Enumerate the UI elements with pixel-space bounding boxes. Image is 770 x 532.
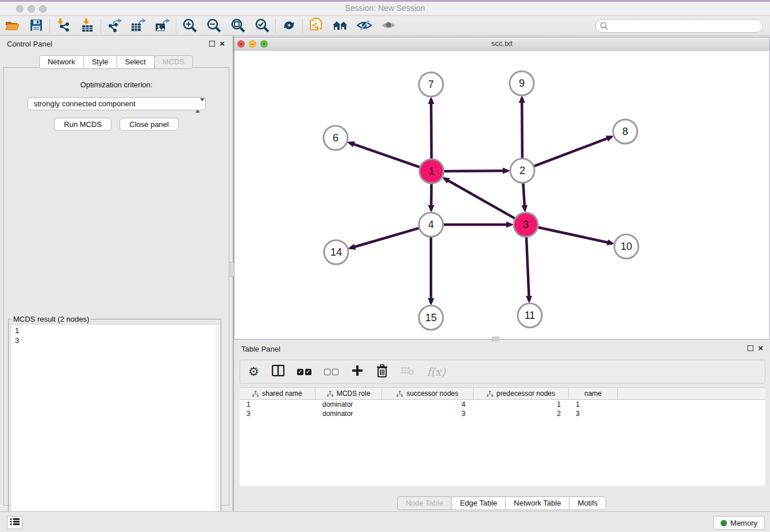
zoom-selected-button[interactable] — [250, 18, 274, 35]
apply-layout-button[interactable] — [277, 18, 301, 35]
node-8[interactable]: 8 — [613, 119, 637, 144]
node-label: 14 — [330, 246, 342, 258]
table-row[interactable]: 3dominator323 — [240, 409, 765, 418]
export-network-button[interactable] — [102, 18, 126, 35]
network-from-selection-button[interactable] — [304, 18, 328, 35]
zoom-in-button[interactable] — [178, 18, 202, 35]
tab-network[interactable]: Network — [39, 55, 84, 69]
tab-network-table[interactable]: Network Table — [505, 496, 569, 510]
select-all-columns-button[interactable]: ✓✓ — [297, 369, 311, 375]
search-icon — [600, 22, 609, 33]
import-table-button[interactable] — [75, 18, 99, 35]
close-panel-icon[interactable]: × — [220, 41, 225, 47]
delete-column-button[interactable] — [376, 364, 388, 380]
export-image-button[interactable] — [151, 18, 175, 35]
deselect-all-columns-button[interactable] — [324, 369, 338, 375]
edge-4-14[interactable] — [350, 228, 419, 248]
window-zoom-icon[interactable] — [39, 5, 47, 13]
save-session-button[interactable] — [24, 18, 48, 35]
optimization-criterion-label: Optimization criterion: — [4, 80, 229, 89]
show-all-button[interactable] — [376, 18, 401, 35]
network-window-titlebar[interactable]: × − + scc.txt — [234, 37, 769, 51]
network-maximize-icon[interactable]: + — [260, 40, 268, 48]
network-close-icon[interactable]: × — [237, 40, 245, 48]
node-label: 6 — [333, 132, 338, 144]
node-3[interactable]: 3 — [514, 213, 538, 237]
zoom-selected-icon — [255, 18, 270, 35]
tab-mcds[interactable]: MCDS — [154, 55, 193, 69]
show-columns-button[interactable] — [272, 365, 284, 379]
network-graph-canvas[interactable]: 7968124314101511 — [234, 51, 769, 340]
edge-3-1[interactable] — [444, 178, 515, 218]
search-input[interactable] — [595, 19, 763, 33]
tab-edge-table[interactable]: Edge Table — [451, 496, 506, 510]
criterion-value: strongly connected component — [34, 99, 136, 108]
edge-2-3[interactable] — [523, 183, 525, 210]
window-close-icon[interactable] — [16, 5, 24, 13]
app-titlebar: Session: New Session — [0, 0, 770, 16]
float-panel-icon[interactable] — [209, 41, 215, 47]
table-panel-title: Table Panel — [234, 342, 770, 357]
edge-1-2[interactable] — [444, 171, 508, 171]
close-table-panel-icon[interactable]: × — [758, 345, 763, 351]
edge-3-11[interactable] — [526, 237, 529, 301]
window-minimize-icon[interactable] — [28, 5, 35, 13]
edge-1-6[interactable] — [349, 142, 420, 167]
tab-select[interactable]: Select — [117, 55, 155, 69]
close-panel-button[interactable]: Close panel — [120, 118, 179, 131]
function-builder-button[interactable]: f(x) — [427, 365, 446, 378]
node-4[interactable]: 4 — [419, 213, 443, 237]
network-view-window: × − + scc.txt 7968124314101511 — [234, 37, 770, 340]
import-table-icon — [80, 18, 94, 35]
node-7[interactable]: 7 — [419, 72, 443, 97]
tab-node-table[interactable]: Node Table — [397, 496, 452, 510]
node-11[interactable]: 11 — [518, 303, 542, 327]
column-header-successor-nodes[interactable]: successor nodes — [382, 388, 473, 399]
import-network-button[interactable] — [51, 18, 75, 35]
node-10[interactable]: 10 — [614, 234, 638, 259]
show-all-eye-icon — [380, 18, 396, 34]
zoom-fit-button[interactable] — [226, 18, 250, 35]
hide-selected-button[interactable] — [352, 18, 376, 35]
tab-motifs[interactable]: Motifs — [569, 496, 606, 510]
edge-2-9[interactable] — [522, 98, 522, 158]
float-table-panel-icon[interactable] — [748, 345, 753, 351]
column-header-shared-name[interactable]: shared name — [240, 388, 315, 399]
memory-button[interactable]: Memory — [713, 516, 765, 530]
zoom-out-button[interactable] — [202, 18, 226, 35]
houses-icon — [332, 18, 349, 34]
houses-button[interactable] — [328, 18, 352, 35]
network-minimize-icon[interactable]: − — [249, 40, 256, 48]
mcds-result-values[interactable]: 1 3 — [10, 324, 219, 532]
task-history-button[interactable] — [7, 516, 22, 529]
column-header-name[interactable]: name — [569, 388, 618, 399]
run-mcds-button[interactable]: Run MCDS — [54, 118, 111, 131]
node-9[interactable]: 9 — [510, 71, 534, 95]
node-15[interactable]: 15 — [419, 306, 443, 330]
criterion-select[interactable]: strongly connected component — [28, 97, 206, 110]
table-settings-button[interactable]: ⚙ — [248, 365, 259, 379]
edge-3-10[interactable] — [538, 228, 613, 244]
tab-style[interactable]: Style — [83, 55, 117, 69]
node-2[interactable]: 2 — [510, 159, 534, 183]
delete-table-button[interactable] — [401, 365, 414, 378]
column-header-MCDS-role[interactable]: MCDS role — [315, 388, 382, 399]
node-6[interactable]: 6 — [324, 126, 348, 150]
table-row[interactable]: 1dominator411 — [240, 400, 765, 409]
node-label: 11 — [525, 310, 536, 321]
column-header-predecessor-nodes[interactable]: predecessor nodes — [473, 388, 569, 399]
add-column-button[interactable] — [351, 364, 364, 379]
node-14[interactable]: 14 — [324, 240, 348, 264]
edge-1-7[interactable] — [431, 99, 432, 159]
node-1[interactable]: 1 — [419, 159, 444, 183]
node-table-header: shared nameMCDS rolesuccessor nodesprede… — [240, 388, 765, 400]
horizontal-splitter-grip[interactable] — [492, 337, 499, 341]
mcds-result-legend: MCDS result (2 nodes) — [11, 315, 91, 323]
node-label: 2 — [519, 165, 525, 176]
mcds-result-scrollbar[interactable] — [215, 325, 220, 532]
edge-2-8[interactable] — [534, 137, 612, 166]
edge-1-4[interactable] — [431, 184, 432, 210]
select-stepper-icon — [195, 99, 202, 109]
export-table-button[interactable] — [126, 18, 151, 35]
open-session-button[interactable] — [0, 18, 24, 35]
